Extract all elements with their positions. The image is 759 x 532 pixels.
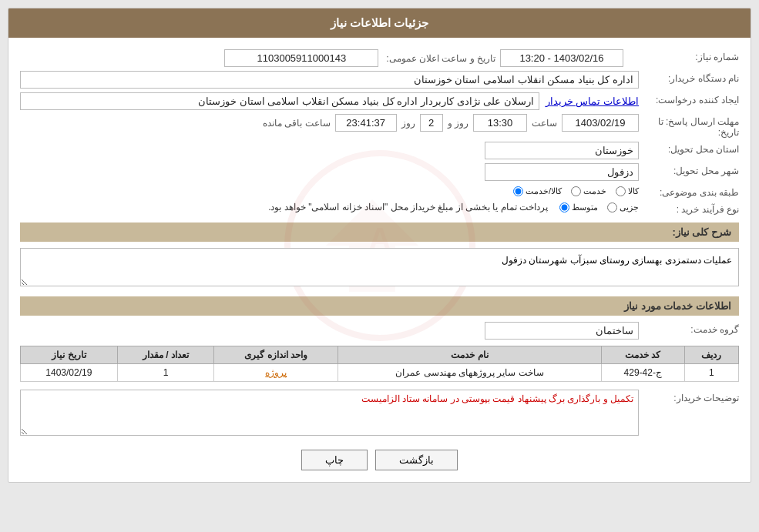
time-label: ساعت xyxy=(532,118,557,129)
deadline-label: مهلت ارسال پاسخ: تا تاریخ: xyxy=(639,114,739,138)
button-group: بازگشت چاپ xyxy=(20,450,739,470)
cell-date: 1403/02/19 xyxy=(21,364,118,382)
deadline-days-value: 2 xyxy=(420,114,443,132)
need-number-label: شماره نیاز: xyxy=(639,49,739,62)
page-title: جزئیات اطلاعات نیاز xyxy=(331,16,428,29)
cell-count: 1 xyxy=(117,364,214,382)
buyer-org-value: اداره کل بنیاد مسکن انقلاب اسلامی استان … xyxy=(20,71,639,89)
process-type-label: نوع فرآیند خرید : xyxy=(639,202,739,215)
radio-medium[interactable]: متوسط xyxy=(559,202,598,212)
cell-name: ساخت سایر پروژههای مهندسی عمران xyxy=(338,364,601,382)
col-row: ردیف xyxy=(684,346,738,364)
remaining-label: ساعت باقی مانده xyxy=(263,118,331,129)
creator-value: ارسلان علی نژادی کاربردار اداره کل بنیاد… xyxy=(20,92,539,110)
delivery-province-label: استان محل تحویل: xyxy=(639,142,739,155)
col-date: تاریخ نیاز xyxy=(21,346,118,364)
services-info-section: اطلاعات خدمات مورد نیاز xyxy=(20,296,739,316)
need-description-section: شرح کلی نیاز: xyxy=(20,223,739,242)
cell-code: ج-42-429 xyxy=(601,364,684,382)
buyer-org-label: نام دستگاه خریدار: xyxy=(639,71,739,84)
radio-service[interactable]: خدمت xyxy=(571,186,606,196)
process-radio-group: جزیی متوسط xyxy=(559,202,639,212)
page-header: جزئیات اطلاعات نیاز xyxy=(8,8,751,38)
buyer-notes-textarea[interactable]: تکمیل و بارگذاری برگ پیشنهاد قیمت بپوستی… xyxy=(20,390,639,436)
buyer-notes-label: توضیحات خریدار: xyxy=(639,390,739,403)
days-label: روز و xyxy=(448,118,468,129)
contact-link[interactable]: اطلاعات تماس خریدار xyxy=(546,95,639,107)
cell-unit: پروژه xyxy=(214,364,338,382)
category-radio-group: کالا خدمت کالا/خدمت xyxy=(513,186,639,196)
back-button[interactable]: بازگشت xyxy=(375,450,458,470)
col-service-name: نام خدمت xyxy=(338,346,601,364)
deadline-date-value: 1403/02/19 xyxy=(562,114,639,132)
category-label: طبقه بندی موضوعی: xyxy=(639,185,739,198)
radio-minor[interactable]: جزیی xyxy=(607,202,639,212)
radio-goods-service[interactable]: کالا/خدمت xyxy=(513,186,562,196)
radio-goods[interactable]: کالا xyxy=(616,186,639,196)
announce-label: تاریخ و ساعت اعلان عمومی: xyxy=(386,53,495,64)
col-service-code: کد خدمت xyxy=(601,346,684,364)
creator-label: ایجاد کننده درخواست: xyxy=(639,92,739,105)
delivery-city-value: دزفول xyxy=(485,163,639,181)
process-note: پرداخت تمام یا بخشی از مبلغ خریداز محل "… xyxy=(268,202,548,212)
need-description-textarea[interactable]: عملیات دستمزدی بهسازی روستای سبزآب شهرست… xyxy=(20,248,739,286)
announce-datetime-value: 1403/02/16 - 13:20 xyxy=(500,49,623,67)
delivery-province-value: خوزستان xyxy=(485,142,639,159)
service-group-value: ساختمان xyxy=(485,322,639,340)
days-unit: روز xyxy=(401,118,415,129)
deadline-remaining-value: 23:41:37 xyxy=(335,114,397,132)
need-number-value: 1103005911000143 xyxy=(224,49,378,67)
cell-row: 1 xyxy=(684,364,738,382)
col-count: تعداد / مقدار xyxy=(117,346,214,364)
table-row: 1 ج-42-429 ساخت سایر پروژههای مهندسی عمر… xyxy=(21,364,739,382)
delivery-city-label: شهر محل تحویل: xyxy=(639,163,739,176)
print-button[interactable]: چاپ xyxy=(301,450,368,470)
service-group-label: گروه خدمت: xyxy=(639,322,739,335)
services-table: ردیف کد خدمت نام خدمت واحد اندازه گیری ت… xyxy=(20,346,739,382)
deadline-time-value: 13:30 xyxy=(473,114,527,132)
col-unit: واحد اندازه گیری xyxy=(214,346,338,364)
